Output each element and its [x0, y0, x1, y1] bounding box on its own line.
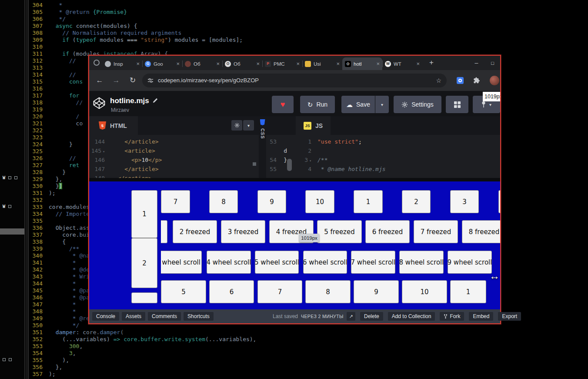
- save-button[interactable]: ☁ Save: [341, 96, 375, 113]
- preview-button[interactable]: 6 freezed: [365, 220, 410, 243]
- fold-caret-icon[interactable]: ▾: [309, 159, 311, 163]
- preview-button[interactable]: 7: [161, 190, 190, 213]
- browser-tab[interactable]: PPMC×: [262, 57, 302, 70]
- html-scrollbar-thumb[interactable]: [253, 162, 256, 166]
- pen-author[interactable]: Mirzaev: [111, 107, 129, 113]
- last-saved-time[interactable]: ЧЕРЕЗ 2 МИНУТЫ: [301, 314, 344, 319]
- new-tab-button[interactable]: +: [427, 58, 436, 67]
- footer-button-export[interactable]: Export: [498, 312, 521, 321]
- editor-line-number: 354: [30, 350, 43, 357]
- preview-button[interactable]: 4: [498, 190, 500, 213]
- fold-caret-icon[interactable]: ▾: [103, 150, 105, 154]
- tab-close-icon[interactable]: ×: [136, 60, 140, 67]
- preview-button[interactable]: 8: [209, 190, 238, 213]
- tab-close-icon[interactable]: ×: [176, 60, 180, 67]
- preview-button[interactable]: 1: [450, 280, 486, 303]
- profile-avatar[interactable]: [490, 76, 499, 85]
- footer-button-delete[interactable]: Delete: [360, 312, 383, 321]
- preview-button[interactable]: 1: [131, 190, 157, 238]
- preview-button[interactable]: 8 freezed: [462, 220, 500, 243]
- tab-close-icon[interactable]: ×: [336, 60, 340, 67]
- browser-tab[interactable]: Insp×: [102, 57, 142, 70]
- save-dropdown-button[interactable]: ▾: [375, 96, 389, 113]
- preview-button[interactable]: 1: [354, 190, 383, 213]
- preview-button[interactable]: 7: [257, 280, 302, 303]
- editor-line-number: 344: [30, 280, 43, 287]
- js-panel-tab[interactable]: JS JS: [296, 116, 331, 135]
- address-bar[interactable]: codepen.io/mirzaev-sexy/pen/gOzBZOP ☆: [142, 74, 447, 87]
- love-button[interactable]: ♥: [272, 96, 294, 113]
- preview-button[interactable]: 7 freezed: [414, 220, 458, 243]
- codepen-cube-icon[interactable]: [93, 97, 106, 111]
- preview-button[interactable]: 5 freezed: [317, 220, 362, 243]
- html-collapse-button[interactable]: ▾: [243, 120, 254, 131]
- preview-button[interactable]: 9 wheel scroll: [448, 251, 492, 274]
- pinned-tab-icon[interactable]: [94, 60, 100, 66]
- preview-button[interactable]: [131, 292, 157, 303]
- preview-button[interactable]: 10: [305, 190, 334, 213]
- preview-button[interactable]: 7 wheel scroll: [351, 251, 395, 274]
- browser-tab[interactable]: GGoo×: [142, 57, 182, 70]
- footer-button-console[interactable]: Console: [92, 312, 119, 321]
- tab-close-icon[interactable]: ×: [416, 60, 420, 67]
- preview-button[interactable]: 6 wheel scroll: [303, 251, 347, 274]
- extension-icon-blue[interactable]: [457, 77, 464, 84]
- edit-pencil-icon[interactable]: [153, 97, 158, 105]
- preview-button[interactable]: 9: [257, 190, 286, 213]
- preview-button[interactable]: 8: [305, 280, 351, 303]
- js-code-editor[interactable]: 1"use strict";23▾/**4 * @name hotline.mj…: [296, 135, 500, 178]
- html-code-editor[interactable]: 144 </article>145▾ <article>146 <p>10</p…: [89, 135, 259, 178]
- preview-button[interactable]: 8 wheel scroll: [399, 251, 444, 274]
- preview-button[interactable]: 3 freezed: [221, 220, 265, 243]
- reload-button[interactable]: ↻: [127, 75, 138, 86]
- tab-close-icon[interactable]: ×: [256, 60, 260, 67]
- forward-button[interactable]: →: [111, 75, 121, 86]
- tab-close-icon[interactable]: ×: [296, 60, 300, 67]
- css-scrollbar-thumb[interactable]: [287, 159, 292, 171]
- editor-line-text: core.modules: [49, 204, 90, 211]
- browser-tab[interactable]: ООб×: [222, 57, 262, 70]
- browser-tab[interactable]: Usi×: [302, 57, 342, 70]
- layout-grid-button[interactable]: [446, 96, 468, 113]
- css-code-editor[interactable]: 53d54}55: [266, 135, 296, 178]
- browser-tab[interactable]: ◇hotl×: [342, 57, 382, 70]
- footer-button-add-to-collection[interactable]: Add to Collection: [388, 312, 435, 321]
- preview-button[interactable]: 2: [402, 190, 431, 213]
- preview-button[interactable]: 5: [161, 280, 206, 303]
- footer-button-shortcuts[interactable]: Shortcuts: [184, 312, 214, 321]
- footer-button-embed[interactable]: Embed: [469, 312, 493, 321]
- editor-code-line: 308 // Normalisation required argiments: [0, 30, 588, 37]
- bookmark-star-icon[interactable]: ☆: [436, 74, 441, 87]
- editor-line-number: 325: [30, 148, 43, 155]
- settings-button[interactable]: Settings: [394, 96, 441, 113]
- preview-button[interactable]: 9: [354, 280, 399, 303]
- url-text[interactable]: codepen.io/mirzaev-sexy/pen/gOzBZOP: [158, 74, 259, 87]
- tab-close-icon[interactable]: ×: [376, 60, 380, 67]
- site-settings-icon[interactable]: [147, 77, 154, 85]
- preview-button[interactable]: 5 wheel scroll: [255, 251, 299, 274]
- browser-tab[interactable]: WWT×: [382, 57, 422, 70]
- preview-button[interactable]: 3: [450, 190, 479, 213]
- pen-title[interactable]: hotline.mjs: [110, 97, 149, 105]
- preview-button[interactable]: 10: [402, 280, 447, 303]
- minimize-button[interactable]: ─: [475, 60, 478, 66]
- html-panel-tab[interactable]: 5 HTML: [89, 116, 138, 135]
- tab-close-icon[interactable]: ×: [216, 60, 220, 67]
- preview-button[interactable]: 6: [209, 280, 254, 303]
- browser-tab[interactable]: Об×: [182, 57, 222, 70]
- preview-button[interactable]: 3 wheel scroll: [154, 251, 202, 274]
- maximize-button[interactable]: □: [491, 60, 494, 66]
- preview-button[interactable]: 4 wheel scroll: [207, 251, 251, 274]
- open-live-view-button[interactable]: ↗: [347, 312, 355, 321]
- extensions-puzzle-icon[interactable]: [473, 77, 480, 85]
- footer-button-fork[interactable]: Fork: [440, 312, 464, 321]
- run-button[interactable]: ↻ Run: [300, 96, 335, 113]
- html-settings-button[interactable]: [231, 120, 242, 131]
- preview-button[interactable]: 2: [131, 238, 157, 288]
- preview-button[interactable]: 2 freezed: [173, 220, 217, 243]
- codepen-header: hotline.mjs Mirzaev ♥ ↻ Run ☁ Save ▾: [89, 91, 500, 116]
- footer-button-comments[interactable]: Comments: [148, 312, 181, 321]
- css-panel-collapsed[interactable]: CSS: [259, 116, 266, 178]
- footer-button-assets[interactable]: Assets: [122, 312, 145, 321]
- back-button[interactable]: ←: [94, 75, 105, 86]
